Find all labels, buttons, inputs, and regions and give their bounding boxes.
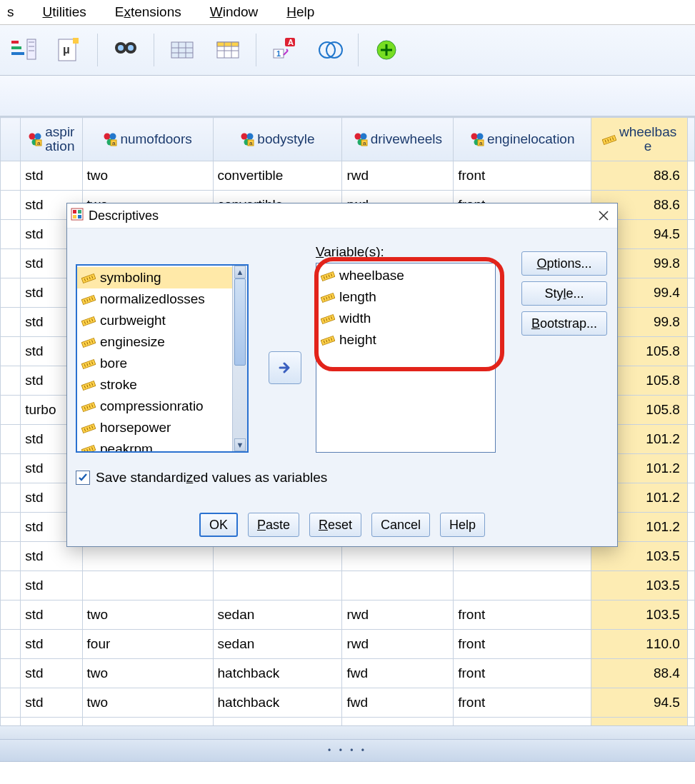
cell[interactable]: hatchback [213, 659, 342, 688]
cell[interactable]: 88.6 [591, 161, 688, 191]
cell[interactable]: four [82, 630, 213, 659]
row-header[interactable] [1, 483, 21, 513]
cell[interactable]: two [82, 161, 213, 191]
cell[interactable]: fwd [342, 659, 454, 688]
scroll-up-icon[interactable]: ▲ [234, 266, 246, 278]
row-header[interactable] [1, 366, 21, 396]
list-item[interactable]: curbweight [77, 310, 247, 331]
menu-item-0[interactable]: s [3, 3, 19, 21]
bootstrap-button[interactable]: Bootstrap... [521, 311, 607, 336]
tool-variables-icon[interactable] [3, 31, 44, 69]
row-header[interactable] [1, 454, 21, 483]
cell[interactable]: 110.0 [591, 630, 688, 659]
cell[interactable]: sedan [213, 600, 342, 630]
col-header-enginelocation[interactable]: aenginelocation [454, 118, 591, 161]
cell[interactable]: front [454, 161, 591, 191]
cell[interactable]: std [21, 630, 82, 659]
cell[interactable]: fwd [342, 718, 454, 726]
cell[interactable]: 103.5 [591, 571, 688, 600]
row-header[interactable] [1, 513, 21, 542]
cell[interactable] [213, 571, 342, 600]
list-item[interactable]: compressionratio [77, 396, 247, 417]
h-scrollbar[interactable] [0, 725, 695, 739]
tool-valuelabels-icon[interactable]: A1 [264, 31, 305, 69]
list-item[interactable]: peakrpm [77, 438, 247, 451]
cell[interactable]: two [82, 659, 213, 688]
style-button[interactable]: Style... [521, 281, 607, 306]
col-header-wheelbase[interactable]: wheelbase [591, 118, 688, 161]
list-item[interactable]: height [316, 329, 495, 351]
cell[interactable]: 94.5 [591, 718, 688, 726]
cell[interactable]: rwd [342, 161, 454, 191]
menu-item-window[interactable]: Window [206, 3, 263, 21]
cell[interactable]: front [454, 659, 591, 688]
cell[interactable]: four [82, 718, 213, 726]
cell[interactable]: std [21, 718, 82, 726]
list-item[interactable]: bore [77, 353, 247, 374]
list-item[interactable]: symboling [77, 267, 247, 288]
list-item[interactable]: length [316, 286, 495, 308]
cell[interactable]: rwd [342, 600, 454, 630]
row-header[interactable] [1, 718, 21, 726]
save-z-row[interactable]: Save standardized values as variables [76, 470, 327, 486]
cell[interactable]: 94.5 [591, 688, 688, 718]
list-item[interactable]: wheelbase [316, 265, 495, 286]
cell[interactable]: 103.5 [591, 600, 688, 630]
reset-button[interactable]: Reset [309, 513, 361, 537]
cell[interactable]: front [454, 630, 591, 659]
cell[interactable]: std [21, 571, 82, 600]
scroll-down-icon[interactable]: ▼ [234, 438, 246, 451]
cell[interactable]: std [21, 659, 82, 688]
row-header[interactable] [1, 542, 21, 571]
source-variable-list[interactable]: symbolingnormalizedlossescurbweightengin… [76, 264, 249, 453]
cell[interactable]: std [21, 600, 82, 630]
row-header[interactable] [1, 278, 21, 308]
tool-descriptives-icon[interactable]: μ [49, 31, 90, 69]
cancel-button[interactable]: Cancel [371, 513, 430, 537]
col-header-numofdoors[interactable]: anumofdoors [82, 118, 213, 161]
scroll-thumb[interactable] [234, 278, 246, 366]
row-header[interactable] [1, 630, 21, 659]
row-header[interactable] [1, 161, 21, 191]
tool-sets-icon[interactable] [309, 31, 351, 69]
list-item[interactable]: stroke [77, 374, 247, 396]
close-icon[interactable] [594, 206, 613, 225]
selected-variable-list[interactable]: wheelbaselengthwidthheight [316, 263, 496, 453]
row-header[interactable] [1, 191, 21, 220]
cell[interactable]: convertible [213, 161, 342, 191]
tool-weight-icon[interactable] [161, 31, 203, 69]
row-header[interactable] [1, 220, 21, 249]
row-header[interactable] [1, 396, 21, 425]
cell[interactable] [342, 571, 454, 600]
scrollbar-vertical[interactable]: ▲ ▼ [232, 266, 247, 451]
save-z-checkbox[interactable] [76, 471, 90, 485]
menu-item-help[interactable]: Help [282, 3, 319, 21]
col-header-aspiration[interactable]: aaspiration [21, 118, 82, 161]
row-header[interactable] [1, 600, 21, 630]
col-header-drivewheels[interactable]: adrivewheels [342, 118, 454, 161]
cell[interactable]: 88.4 [591, 659, 688, 688]
dialog-titlebar[interactable]: Descriptives [67, 203, 617, 228]
cell[interactable] [82, 571, 213, 600]
menu-item-utilities[interactable]: Utilities [39, 3, 91, 21]
ok-button[interactable]: OK [199, 513, 238, 537]
list-item[interactable]: horsepower [77, 417, 247, 438]
cell[interactable]: front [454, 600, 591, 630]
cell[interactable]: sedan [213, 630, 342, 659]
paste-button[interactable]: Paste [248, 513, 299, 537]
row-header[interactable] [1, 249, 21, 278]
view-tabs[interactable]: • • • • [0, 739, 695, 762]
cell[interactable] [454, 571, 591, 600]
cell[interactable]: two [82, 688, 213, 718]
row-header[interactable] [1, 337, 21, 366]
cell[interactable]: rwd [342, 630, 454, 659]
cell[interactable]: two [82, 600, 213, 630]
cell[interactable]: std [21, 161, 82, 191]
row-header[interactable] [1, 425, 21, 454]
options-button[interactable]: Options... [521, 251, 607, 276]
cell[interactable]: front [454, 718, 591, 726]
cell[interactable]: hatchback [213, 688, 342, 718]
cell[interactable]: std [21, 688, 82, 718]
cell[interactable]: sedan [213, 718, 342, 726]
row-header[interactable] [1, 571, 21, 600]
